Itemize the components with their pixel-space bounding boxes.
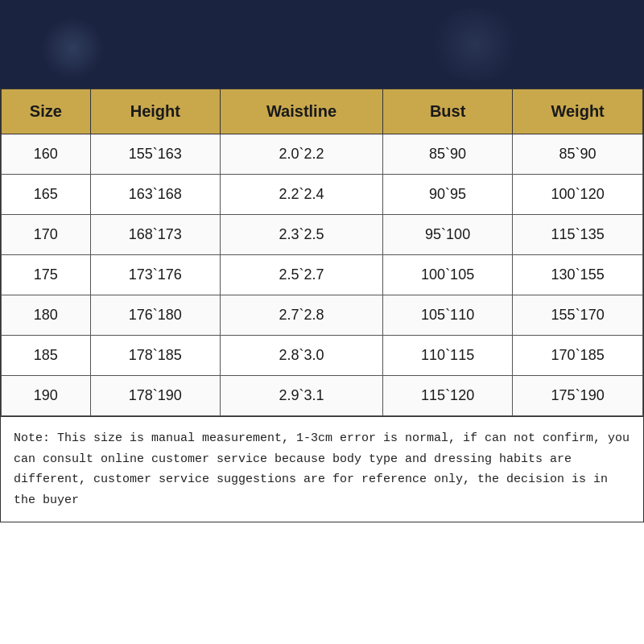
data-cell: 85`90 xyxy=(383,134,513,175)
table-row: 190178`1902.9`3.1115`120175`190 xyxy=(2,376,643,416)
table-row: 165163`1682.2`2.490`95100`120 xyxy=(2,175,643,215)
size-table: SizeHeightWaistlineBustWeight 160155`163… xyxy=(1,89,643,416)
size-cell: 180 xyxy=(2,295,91,336)
size-cell: 165 xyxy=(2,175,91,215)
size-cell: 170 xyxy=(2,215,91,255)
data-cell: 95`100 xyxy=(383,215,513,255)
table-header-row: SizeHeightWaistlineBustWeight xyxy=(2,89,643,134)
data-cell: 176`180 xyxy=(90,295,220,336)
data-cell: 163`168 xyxy=(90,175,220,215)
data-cell: 178`185 xyxy=(90,336,220,376)
data-cell: 2.3`2.5 xyxy=(220,215,382,255)
data-cell: 155`170 xyxy=(513,295,643,336)
data-cell: 173`176 xyxy=(90,255,220,295)
data-cell: 155`163 xyxy=(90,134,220,175)
table-row: 185178`1852.8`3.0110`115170`185 xyxy=(2,336,643,376)
data-cell: 170`185 xyxy=(513,336,643,376)
data-cell: 105`110 xyxy=(383,295,513,336)
table-header-height: Height xyxy=(90,89,220,134)
table-header-waistline: Waistline xyxy=(220,89,382,134)
data-cell: 2.7`2.8 xyxy=(220,295,382,336)
data-cell: 2.5`2.7 xyxy=(220,255,382,295)
data-cell: 168`173 xyxy=(90,215,220,255)
size-cell: 185 xyxy=(2,336,91,376)
data-cell: 110`115 xyxy=(383,336,513,376)
table-row: 175173`1762.5`2.7100`105130`155 xyxy=(2,255,643,295)
data-cell: 115`135 xyxy=(513,215,643,255)
data-cell: 100`105 xyxy=(383,255,513,295)
size-cell: 190 xyxy=(2,376,91,416)
size-cell: 160 xyxy=(2,134,91,175)
size-cell: 175 xyxy=(2,255,91,295)
data-cell: 2.2`2.4 xyxy=(220,175,382,215)
data-cell: 115`120 xyxy=(383,376,513,416)
data-cell: 2.0`2.2 xyxy=(220,134,382,175)
top-banner xyxy=(0,0,644,89)
table-row: 170168`1732.3`2.595`100115`135 xyxy=(2,215,643,255)
note-text: Note: This size is manual measurement, 1… xyxy=(1,416,643,522)
data-cell: 2.8`3.0 xyxy=(220,336,382,376)
data-cell: 2.9`3.1 xyxy=(220,376,382,416)
data-cell: 100`120 xyxy=(513,175,643,215)
table-header-bust: Bust xyxy=(383,89,513,134)
table-header-weight: Weight xyxy=(513,89,643,134)
size-table-container: SizeHeightWaistlineBustWeight 160155`163… xyxy=(0,89,644,522)
table-header-size: Size xyxy=(2,89,91,134)
table-row: 160155`1632.0`2.285`9085`90 xyxy=(2,134,643,175)
data-cell: 178`190 xyxy=(90,376,220,416)
table-row: 180176`1802.7`2.8105`110155`170 xyxy=(2,295,643,336)
data-cell: 85`90 xyxy=(513,134,643,175)
data-cell: 130`155 xyxy=(513,255,643,295)
data-cell: 90`95 xyxy=(383,175,513,215)
data-cell: 175`190 xyxy=(513,376,643,416)
